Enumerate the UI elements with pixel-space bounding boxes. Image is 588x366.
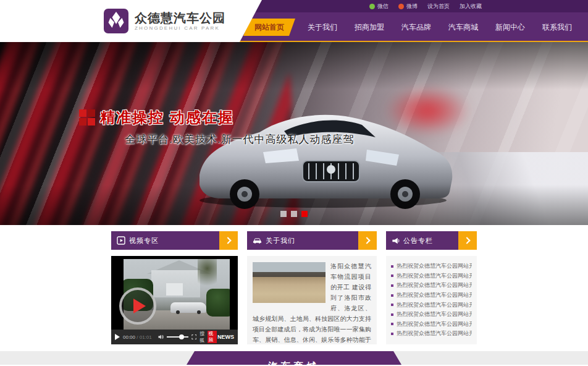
nav-item[interactable]: 关于我们 <box>299 12 346 42</box>
notice-item[interactable]: 热烈祝贺众德慧汽车公园网站开通了！ <box>391 320 472 330</box>
notice-item[interactable]: 热烈祝贺众德慧汽车公园网站开通了！ <box>391 300 472 310</box>
nav-item[interactable]: 新闻中心 <box>487 12 534 42</box>
notice-item[interactable]: 热烈祝贺众德慧汽车公园网站开通了！ <box>391 329 472 339</box>
carousel-dot[interactable] <box>280 211 287 217</box>
red-squares-icon <box>79 109 95 126</box>
logo-icon <box>104 9 128 33</box>
volume-slider[interactable] <box>167 336 188 338</box>
notice-section: 公告专栏 热烈祝贺众德慧汽车公园网站开通了！ 热烈祝贺众德慧汽车公园网站开通了！ <box>386 231 477 344</box>
bullet-icon <box>391 333 393 335</box>
slider-knob[interactable] <box>179 334 184 339</box>
wechat-icon <box>369 4 375 9</box>
topbar-link-weibo[interactable]: 微博 <box>398 2 418 11</box>
video-section: 视频专区 00:00 / 01:01 <box>111 231 238 344</box>
megaphone-icon <box>392 237 400 245</box>
carousel-dot[interactable] <box>301 211 308 217</box>
about-content: 洛阳众德慧汽车物流园项目的开工 建设得到了洛阳市政府、洛龙区、城乡规划局、土地局… <box>247 256 377 344</box>
nav-item[interactable]: 网站首页 <box>243 19 295 36</box>
bullet-icon <box>391 304 393 306</box>
notice-item[interactable]: 热烈祝贺众德慧汽车公园网站开通了！ <box>391 271 472 281</box>
notice-item[interactable]: 热烈祝贺众德慧汽车公园网站开通了！ <box>391 262 472 271</box>
notice-item-text: 热烈祝贺众德慧汽车公园网站开通了！ <box>397 301 472 309</box>
video-more-button[interactable] <box>219 231 238 250</box>
carousel-dot[interactable] <box>291 211 297 217</box>
video-player[interactable]: 00:00 / 01:01 搜狐视频NEWS <box>111 256 238 344</box>
notice-item-text: 热烈祝贺众德慧汽车公园网站开通了！ <box>397 272 472 280</box>
video-icon <box>117 236 125 245</box>
notice-item-text: 热烈祝贺众德慧汽车公园网站开通了！ <box>397 320 472 328</box>
notice-more-button[interactable] <box>458 231 477 250</box>
video-section-title: 视频专区 <box>129 236 159 245</box>
nav-item[interactable]: 汽车商城 <box>440 12 487 42</box>
nav-item[interactable]: 联系我们 <box>534 12 581 42</box>
video-time: 00:00 / 01:01 <box>123 334 152 340</box>
main-nav: 网站首页 关于我们 招商加盟 汽车品牌 汽车商城 新闻中心 联系我们 <box>243 12 588 42</box>
notice-section-header: 公告专栏 <box>386 231 477 250</box>
video-controls: 00:00 / 01:01 搜狐视频NEWS <box>111 330 238 344</box>
notice-item[interactable]: 热烈祝贺众德慧汽车公园网站开通了！ <box>391 291 472 300</box>
bullet-icon <box>391 284 393 287</box>
notice-item-text: 热烈祝贺众德慧汽车公园网站开通了！ <box>397 310 472 318</box>
banner-subheadline: 全球平台.欧美技术.新一代中高级私人动感座驾 <box>125 132 354 147</box>
topbar-link-label: 微博 <box>406 2 418 11</box>
sohu-video-logo: 搜狐视频NEWS <box>200 330 234 344</box>
bullet-icon <box>391 294 393 297</box>
weibo-icon <box>398 4 404 9</box>
about-section-title: 关于我们 <box>266 236 295 245</box>
control-play-icon[interactable] <box>115 334 120 340</box>
video-section-header: 视频专区 <box>111 231 238 250</box>
play-icon <box>133 299 146 313</box>
volume-icon[interactable] <box>158 334 164 340</box>
banner-headline: 精准操控 动感在握 <box>100 108 234 127</box>
about-section-header: 关于我们 <box>247 231 377 250</box>
chevron-right-icon <box>363 237 370 244</box>
about-photo[interactable] <box>253 262 326 303</box>
bullet-icon <box>391 265 393 268</box>
topbar-link-label: 微信 <box>377 2 388 11</box>
chevron-right-icon <box>224 237 231 244</box>
chevron-right-icon <box>463 237 470 244</box>
thumbnail-car <box>170 302 206 313</box>
about-more-button[interactable] <box>358 231 377 250</box>
notice-item-text: 热烈祝贺众德慧汽车公园网站开通了！ <box>397 330 472 338</box>
topbar-link-set-homepage[interactable]: 设为首页 <box>427 2 450 11</box>
bullet-icon <box>391 313 393 316</box>
fullscreen-icon[interactable] <box>191 334 197 340</box>
notice-item-text: 热烈祝贺众德慧汽车公园网站开通了！ <box>397 262 472 270</box>
logo-text: 众德慧汽车公园 ZHONGDEHUI CAR PARK <box>135 11 225 32</box>
logo[interactable]: 众德慧汽车公园 ZHONGDEHUI CAR PARK <box>0 0 262 42</box>
notice-item[interactable]: 热烈祝贺众德慧汽车公园网站开通了！ <box>391 281 472 291</box>
content-area: 视频专区 00:00 / 01:01 <box>111 225 477 344</box>
topbar-link-label: 设为首页 <box>427 2 450 11</box>
logo-subtitle: ZHONGDEHUI CAR PARK <box>135 25 225 32</box>
nav-item[interactable]: 汽车品牌 <box>393 12 440 42</box>
topbar-link-wechat[interactable]: 微信 <box>369 2 388 11</box>
carousel-dots <box>280 211 308 217</box>
notice-list: 热烈祝贺众德慧汽车公园网站开通了！ 热烈祝贺众德慧汽车公园网站开通了！ 热烈祝贺… <box>386 256 477 344</box>
play-button[interactable] <box>119 287 156 325</box>
logo-title: 众德慧汽车公园 <box>135 11 225 25</box>
nav-item[interactable]: 招商加盟 <box>346 12 393 42</box>
bullet-icon <box>391 323 393 325</box>
topbar-link-add-favorite[interactable]: 加入收藏 <box>460 2 482 11</box>
topbar-link-label: 加入收藏 <box>460 2 482 11</box>
notice-section-title: 公告专栏 <box>403 236 433 245</box>
car-icon <box>253 237 262 244</box>
banner-caption: 精准操控 动感在握 全球平台.欧美技术.新一代中高级私人动感座驾 <box>79 108 354 147</box>
bullet-icon <box>391 274 393 277</box>
footer-heading: 汽车商城 <box>187 360 401 365</box>
footer: 汽车商城 <box>0 344 588 365</box>
notice-item-text: 热烈祝贺众德慧汽车公园网站开通了！ <box>397 291 472 299</box>
notice-item-text: 热烈祝贺众德慧汽车公园网站开通了！ <box>397 281 472 289</box>
notice-item[interactable]: 热烈祝贺众德慧汽车公园网站开通了！ <box>391 310 472 320</box>
hero-banner[interactable]: 精准操控 动感在握 全球平台.欧美技术.新一代中高级私人动感座驾 <box>0 42 588 225</box>
about-section: 关于我们 洛阳众德慧汽车物流园项目的开工 建设得到了洛阳市政府、洛龙区、城乡规划… <box>247 231 377 344</box>
footer-ribbon: 汽车商城 <box>187 351 401 365</box>
site-header: 众德慧汽车公园 ZHONGDEHUI CAR PARK 网站首页 关于我们 招商… <box>0 12 588 42</box>
